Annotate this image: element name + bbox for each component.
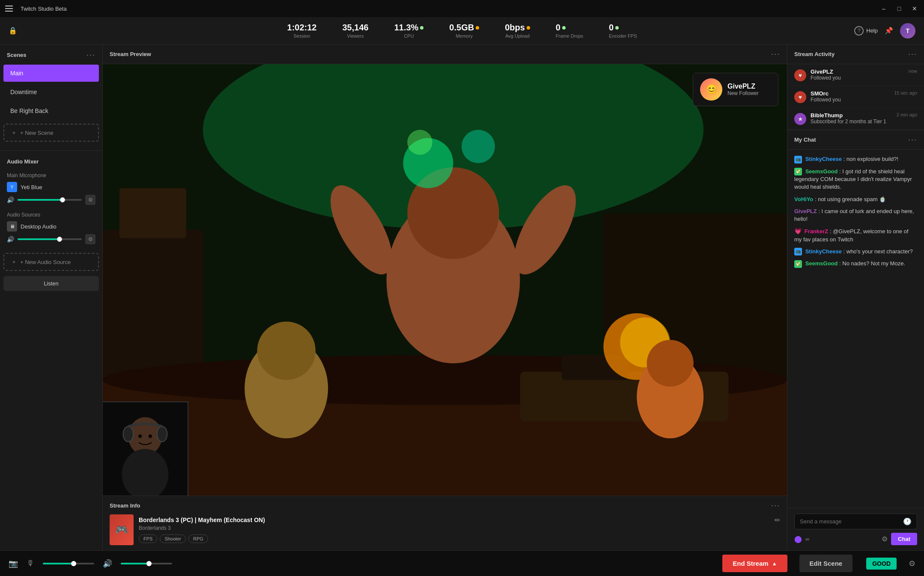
mic-volume-icon: 🔊: [7, 196, 14, 203]
chat-more-button[interactable]: ···: [908, 135, 917, 144]
tag-fps: FPS: [139, 534, 157, 543]
mic-settings-button[interactable]: ⚙: [85, 195, 95, 205]
settings-bottom-button[interactable]: ⚙: [909, 559, 915, 568]
scene-item-main[interactable]: Main: [3, 65, 99, 82]
audio-section: Main Microphone Y Yeti Blue 🔊 ⚙ Audio So…: [0, 169, 102, 251]
audio-section-header: Audio Mixer: [0, 152, 102, 169]
chat-badge-0: 📺: [794, 156, 802, 163]
pin-icon[interactable]: 📌: [885, 27, 893, 35]
edit-scene-button[interactable]: Edit Scene: [799, 555, 853, 572]
scene-item-downtime[interactable]: Downtime: [3, 83, 99, 101]
activity-heart-icon-1: ♥: [794, 91, 806, 103]
desktop-audio-volume-row: 🔊 ⚙: [0, 232, 102, 248]
scene-overlay: [103, 64, 787, 496]
stat-cpu-label: CPU: [394, 33, 424, 39]
mic-bottom-slider-thumb[interactable]: [71, 561, 76, 566]
microphone-name: Yeti Blue: [21, 184, 42, 190]
menu-icon[interactable]: [5, 3, 15, 14]
scenes-more-button[interactable]: ···: [86, 50, 95, 59]
stream-tags: FPS Shooter RPG: [139, 534, 769, 543]
stat-memory-value: 0.5GB: [449, 23, 479, 33]
chat-badge-6: ✅: [794, 260, 802, 268]
chat-title: My Chat: [794, 137, 816, 143]
activity-action-1: Followed you: [811, 97, 890, 103]
new-audio-plus-icon: ＋: [11, 258, 17, 266]
close-button[interactable]: ✕: [910, 4, 919, 13]
follower-name: GivePLZ: [727, 83, 759, 90]
chat-messages: 📺 StinkyCheese : non explosive build?! ✅…: [787, 150, 924, 508]
listen-button[interactable]: Listen: [3, 276, 99, 291]
user-avatar[interactable]: T: [900, 23, 915, 39]
speaker-bottom-slider[interactable]: [121, 563, 172, 564]
end-stream-caret-icon: ▲: [772, 561, 777, 567]
new-scene-button[interactable]: ＋ + New Scene: [3, 124, 99, 142]
maximize-button[interactable]: □: [895, 4, 903, 13]
emoji-button[interactable]: 🕐: [903, 517, 912, 526]
speaker-bottom-slider-thumb[interactable]: [146, 561, 152, 566]
memory-dot: [476, 26, 479, 30]
activity-content-2: BibleThump Subscribed for 2 months at Ti…: [811, 112, 892, 125]
center-content: Stream Preview ···: [103, 45, 787, 550]
stream-title: Borderlands 3 (PC) | Mayhem (Echocast ON…: [139, 517, 769, 523]
activity-item-1: ♥ SMOrc Followed you 15 sec ago: [787, 86, 924, 108]
scenes-section-header: Scenes ···: [0, 45, 102, 64]
main-layout: Scenes ··· Main Downtime Be Right Back ＋…: [0, 45, 924, 550]
chat-badge-5: 📺: [794, 248, 802, 255]
chat-user-1: SeemsGood: [805, 168, 838, 175]
chat-text-0: : non explosive build?!: [844, 156, 899, 162]
chat-input[interactable]: [800, 518, 903, 525]
activity-name-0: GivePLZ: [811, 68, 904, 75]
stream-details: Borderlands 3 (PC) | Mayhem (Echocast ON…: [139, 517, 769, 543]
mic-slider-track[interactable]: [18, 199, 82, 201]
mic-icon[interactable]: 🎙: [27, 559, 34, 568]
cpu-dot: [420, 26, 423, 30]
help-button[interactable]: ? Help: [854, 26, 878, 36]
preview-area: 😊 GivePLZ New Follower: [103, 64, 787, 496]
svg-point-13: [407, 130, 432, 154]
stat-session-value: 1:02:12: [287, 23, 317, 33]
scenes-title: Scenes: [7, 52, 27, 58]
chat-settings-button[interactable]: ⚙: [882, 535, 888, 543]
camera-icon[interactable]: 📷: [9, 559, 18, 568]
stream-info-edit-button[interactable]: ✏: [775, 516, 780, 524]
stream-info-header: Stream Info ···: [103, 496, 787, 514]
follower-text: GivePLZ New Follower: [727, 83, 759, 96]
new-scene-label: + New Scene: [20, 130, 54, 136]
lock-icon: 🔒: [9, 27, 17, 35]
chat-text-6: : No nades? Not my Moze.: [839, 260, 905, 267]
stat-upload-label: Avg Upload: [505, 33, 530, 39]
chat-send-button[interactable]: Chat: [891, 533, 917, 545]
mic-slider-thumb[interactable]: [60, 197, 65, 202]
activity-action-2: Subscribed for 2 months at Tier 1: [811, 119, 892, 125]
stream-info-more-button[interactable]: ···: [771, 501, 780, 510]
stat-session: 1:02:12 Session: [287, 23, 317, 39]
preview-more-button[interactable]: ···: [771, 50, 780, 59]
activity-content-0: GivePLZ Followed you: [811, 68, 904, 81]
window-controls: – □ ✕: [879, 4, 919, 13]
desktop-settings-button[interactable]: ⚙: [85, 234, 95, 244]
scene-item-berightback[interactable]: Be Right Back: [3, 102, 99, 119]
desktop-slider-thumb[interactable]: [57, 237, 62, 242]
follower-popup: 😊 GivePLZ New Follower: [693, 73, 778, 106]
webcam-overlay: [103, 401, 188, 496]
webcam-person-svg: [103, 402, 188, 496]
minimize-button[interactable]: –: [879, 4, 888, 13]
game-scene-svg: [103, 64, 787, 496]
right-sidebar: Stream Activity ··· ♥ GivePLZ Followed y…: [787, 45, 924, 550]
mic-bottom-slider[interactable]: [43, 563, 94, 564]
speaker-icon[interactable]: 🔊: [103, 559, 112, 568]
help-label: Help: [866, 27, 878, 34]
chat-text-2: : not using grenade spam 🍵: [815, 196, 886, 202]
stream-info-panel: Stream Info ··· 🎮 Borderlands 3 (PC) | M…: [103, 496, 787, 550]
svg-point-21: [647, 340, 694, 386]
stat-upload: 0bps Avg Upload: [505, 23, 530, 39]
new-audio-label: + New Audio Source: [20, 259, 71, 265]
end-stream-button[interactable]: End Stream ▲: [722, 555, 787, 572]
upload-dot: [527, 26, 530, 30]
stat-upload-value: 0bps: [505, 23, 530, 33]
activity-item-0: ♥ GivePLZ Followed you now: [787, 64, 924, 86]
activity-more-button[interactable]: ···: [908, 50, 917, 59]
desktop-slider-track[interactable]: [18, 238, 82, 240]
chat-message-3: GivePLZ : I came out of lurk and ended u…: [794, 205, 917, 225]
new-audio-source-button[interactable]: ＋ + New Audio Source: [3, 253, 99, 271]
